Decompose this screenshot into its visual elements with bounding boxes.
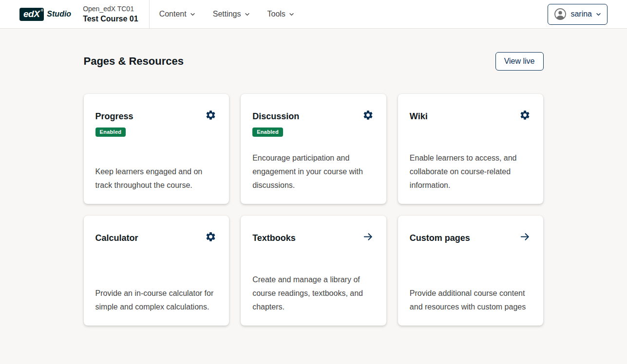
- nav-tools-label: Tools: [267, 10, 285, 18]
- top-header: edX ® Studio Open_edX TC01 Test Course 0…: [0, 0, 627, 29]
- card-head: Textbooks: [252, 233, 375, 243]
- view-live-button[interactable]: View live: [495, 52, 544, 71]
- course-org-label: Open_edX TC01: [83, 4, 138, 14]
- registered-mark: ®: [41, 9, 43, 12]
- card-head: Wiki: [410, 111, 532, 122]
- username-label: sarina: [570, 10, 592, 18]
- card-wiki[interactable]: Wiki Enable learners to access, and coll…: [398, 94, 544, 204]
- nav-settings-label: Settings: [213, 10, 241, 18]
- custom-pages-open-button[interactable]: [519, 231, 531, 242]
- chevron-down-icon: [190, 12, 195, 17]
- card-textbooks[interactable]: Textbooks Create and manage a library of…: [241, 216, 386, 326]
- card-head: Progress: [95, 111, 218, 122]
- gear-icon: [362, 109, 374, 121]
- card-title: Discussion: [252, 111, 299, 122]
- header-spacer: [294, 0, 548, 28]
- arrow-icon: [519, 231, 531, 242]
- gear-icon: [519, 109, 531, 121]
- nav-tools-dropdown[interactable]: Tools: [267, 10, 294, 18]
- textbooks-open-button[interactable]: [362, 231, 374, 242]
- status-badge: Enabled: [252, 127, 283, 137]
- studio-logo-text: Studio: [47, 10, 71, 18]
- edx-logo-mark: edX ®: [19, 8, 44, 21]
- avatar-icon: [554, 8, 567, 20]
- status-badge: Enabled: [95, 127, 126, 137]
- main-nav: Content Settings Tools: [149, 0, 294, 28]
- edx-studio-logo[interactable]: edX ® Studio: [19, 8, 71, 21]
- arrow-icon: [362, 231, 374, 242]
- chevron-down-icon: [596, 12, 601, 17]
- nav-settings-dropdown[interactable]: Settings: [213, 10, 250, 18]
- card-title: Custom pages: [410, 233, 470, 243]
- card-head: Custom pages: [410, 233, 532, 243]
- page-title: Pages & Resources: [84, 55, 184, 68]
- course-info-link[interactable]: Open_edX TC01 Test Course 01: [83, 0, 138, 28]
- user-menu-button[interactable]: sarina: [548, 4, 608, 25]
- card-description: Encourage participation and engagement i…: [252, 151, 375, 192]
- card-custom-pages[interactable]: Custom pages Provide additional course c…: [398, 216, 544, 326]
- card-description: Provide additional course content and re…: [410, 287, 532, 314]
- card-description: Create and manage a library of course re…: [252, 273, 375, 314]
- card-discussion[interactable]: Discussion Enabled Encourage participati…: [241, 94, 386, 204]
- card-head: Discussion: [252, 111, 375, 122]
- discussion-settings-button[interactable]: [362, 109, 374, 121]
- pages-resources-grid: Progress Enabled Keep learners engaged a…: [84, 94, 544, 326]
- nav-content-dropdown[interactable]: Content: [159, 10, 195, 18]
- card-title: Textbooks: [252, 233, 296, 243]
- calculator-settings-button[interactable]: [205, 231, 216, 242]
- card-description: Keep learners engaged and on track throu…: [95, 165, 218, 192]
- chevron-down-icon: [289, 12, 294, 17]
- card-title: Wiki: [410, 111, 428, 122]
- course-title-label: Test Course 01: [83, 14, 138, 24]
- card-calculator[interactable]: Calculator Provide an in-course calculat…: [84, 216, 229, 326]
- nav-content-label: Content: [159, 10, 187, 18]
- card-description: Enable learners to access, and collabora…: [410, 151, 532, 192]
- gear-icon: [205, 109, 216, 121]
- progress-settings-button[interactable]: [205, 109, 216, 121]
- card-description: Provide an in-course calculator for simp…: [95, 287, 218, 314]
- page-title-row: Pages & Resources View live: [84, 29, 544, 71]
- chevron-down-icon: [245, 12, 250, 17]
- card-title: Calculator: [95, 233, 138, 243]
- card-head: Calculator: [95, 233, 218, 243]
- edx-logo-text: edX: [23, 9, 39, 18]
- main-content: Pages & Resources View live Progress Ena…: [84, 29, 544, 326]
- card-progress[interactable]: Progress Enabled Keep learners engaged a…: [84, 94, 229, 204]
- gear-icon: [205, 231, 216, 242]
- card-title: Progress: [95, 111, 133, 122]
- wiki-settings-button[interactable]: [519, 109, 531, 121]
